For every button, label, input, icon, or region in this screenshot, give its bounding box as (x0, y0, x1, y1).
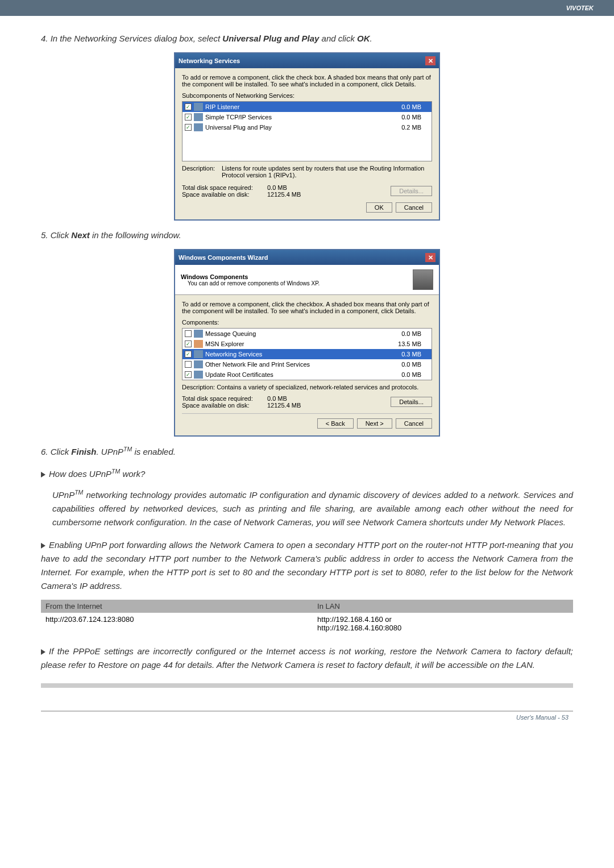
port-paragraph: Enabling UPnP port forwarding allows the… (41, 538, 573, 593)
dialog-intro: To add or remove a component, click the … (182, 301, 432, 314)
pppoe-paragraph: If the PPPoE settings are incorrectly co… (41, 645, 573, 672)
list-item[interactable]: ✓RIP Listener0.0 MB (182, 102, 432, 112)
close-icon[interactable]: ✕ (425, 56, 435, 65)
cancel-button[interactable]: Cancel (396, 202, 432, 213)
brand-label: VIVOTEK (566, 5, 594, 11)
subcomponents-list[interactable]: ✓RIP Listener0.0 MB ✓Simple TCP/IP Servi… (182, 101, 432, 161)
address-table: From the InternetIn LAN http://203.67.12… (41, 600, 573, 634)
details-button[interactable]: Details... (391, 186, 432, 196)
components-wizard-dialog: Windows Components Wizard ✕ Windows Comp… (174, 249, 440, 437)
bullet-icon (41, 472, 45, 477)
step5-text: 5. Click Next in the following window. (41, 229, 573, 242)
list-item[interactable]: Other Network File and Print Services0.0… (182, 359, 432, 369)
details-button[interactable]: Details... (391, 397, 432, 407)
checkbox-icon[interactable] (185, 330, 192, 337)
checkbox-icon[interactable]: ✓ (185, 351, 192, 358)
component-icon (194, 340, 203, 348)
checkbox-icon[interactable]: ✓ (185, 371, 192, 378)
component-icon (194, 350, 203, 358)
checkbox-icon[interactable]: ✓ (185, 103, 192, 110)
dialog-intro: To add or remove a component, click the … (182, 74, 432, 88)
dialog-title: Networking Services (179, 57, 240, 64)
cancel-button[interactable]: Cancel (396, 418, 432, 429)
components-list[interactable]: Message Queuing0.0 MB ✓MSN Explorer13.5 … (182, 328, 432, 380)
component-icon (194, 103, 203, 111)
step6-text: 6. Click Finish. UPnPTM is enabled. (41, 445, 573, 459)
checkbox-icon[interactable]: ✓ (185, 124, 192, 131)
dialog-title: Windows Components Wizard (179, 254, 268, 261)
list-item[interactable]: ✓Update Root Certificates0.0 MB (182, 369, 432, 380)
divider-bar (41, 683, 573, 688)
table-cell: http://192.168.4.160 or http://192.168.4… (313, 613, 573, 634)
list-item[interactable]: ✓Networking Services0.3 MB (182, 349, 432, 359)
page-number: User's Manual - 53 (516, 714, 569, 721)
component-icon (194, 113, 203, 121)
networking-services-dialog: Networking Services ✕ To add or remove a… (174, 52, 440, 221)
upnp-paragraph: UPnPTM networking technology provides au… (52, 488, 573, 529)
component-icon (194, 360, 203, 368)
table-header: From the Internet (41, 600, 313, 613)
table-header: In LAN (313, 600, 573, 613)
upnp-question: How does UPnPTM work? (41, 467, 573, 481)
description-text: Description: Contains a variety of speci… (182, 384, 432, 391)
bullet-icon (41, 543, 45, 549)
component-icon (194, 123, 203, 131)
component-icon (194, 371, 203, 379)
wizard-icon (413, 269, 433, 290)
next-button[interactable]: Next > (357, 418, 392, 429)
list-item[interactable]: ✓MSN Explorer13.5 MB (182, 339, 432, 349)
components-label: Components: (182, 319, 432, 326)
subcomponents-label: Subcomponents of Networking Services: (182, 92, 432, 99)
back-button[interactable]: < Back (317, 418, 354, 429)
description-text: Listens for route updates sent by router… (222, 165, 432, 178)
ok-button[interactable]: OK (366, 202, 392, 213)
list-item[interactable]: ✓Simple TCP/IP Services0.0 MB (182, 112, 432, 122)
component-icon (194, 330, 203, 338)
bullet-icon (41, 649, 45, 655)
table-cell: http://203.67.124.123:8080 (41, 613, 313, 634)
list-item[interactable]: Message Queuing0.0 MB (182, 329, 432, 339)
checkbox-icon[interactable]: ✓ (185, 114, 192, 121)
close-icon[interactable]: ✕ (425, 253, 435, 262)
description-label: Description: (182, 165, 222, 178)
list-item[interactable]: ✓Universal Plug and Play0.2 MB (182, 122, 432, 132)
checkbox-icon[interactable] (185, 361, 192, 368)
checkbox-icon[interactable]: ✓ (185, 340, 192, 347)
wizard-subheading: You can add or remove components of Wind… (188, 280, 320, 286)
step4-text: 4. In the Networking Services dialog box… (41, 32, 573, 45)
wizard-heading: Windows Components (181, 273, 320, 280)
